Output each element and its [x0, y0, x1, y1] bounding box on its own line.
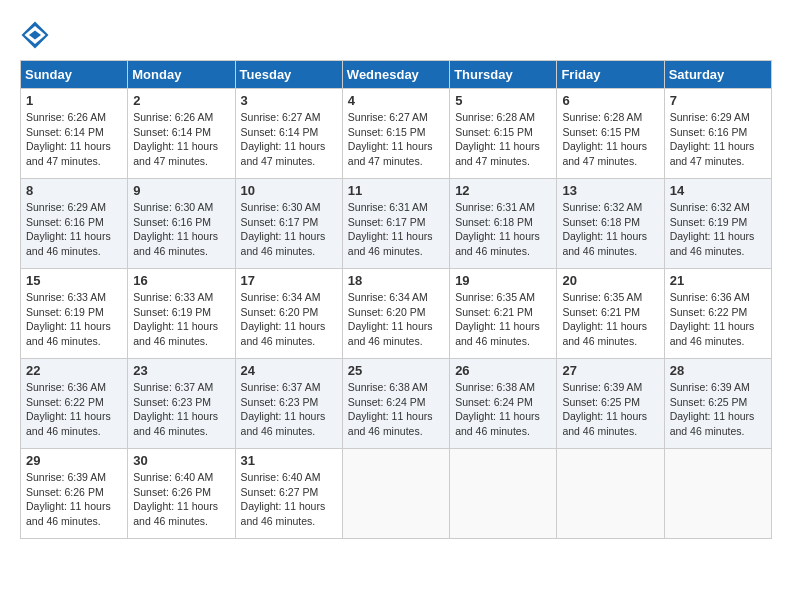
day-info: Sunrise: 6:34 AM Sunset: 6:20 PM Dayligh…	[348, 291, 433, 347]
calendar-cell: 20 Sunrise: 6:35 AM Sunset: 6:21 PM Dayl…	[557, 269, 664, 359]
day-info: Sunrise: 6:39 AM Sunset: 6:26 PM Dayligh…	[26, 471, 111, 527]
calendar-week-row: 15 Sunrise: 6:33 AM Sunset: 6:19 PM Dayl…	[21, 269, 772, 359]
calendar-cell: 28 Sunrise: 6:39 AM Sunset: 6:25 PM Dayl…	[664, 359, 771, 449]
day-number: 7	[670, 93, 766, 108]
day-number: 5	[455, 93, 551, 108]
day-number: 8	[26, 183, 122, 198]
calendar-cell: 26 Sunrise: 6:38 AM Sunset: 6:24 PM Dayl…	[450, 359, 557, 449]
calendar-cell: 7 Sunrise: 6:29 AM Sunset: 6:16 PM Dayli…	[664, 89, 771, 179]
day-header-thursday: Thursday	[450, 61, 557, 89]
calendar-cell: 31 Sunrise: 6:40 AM Sunset: 6:27 PM Dayl…	[235, 449, 342, 539]
day-number: 1	[26, 93, 122, 108]
calendar-cell: 1 Sunrise: 6:26 AM Sunset: 6:14 PM Dayli…	[21, 89, 128, 179]
calendar-cell: 3 Sunrise: 6:27 AM Sunset: 6:14 PM Dayli…	[235, 89, 342, 179]
day-info: Sunrise: 6:35 AM Sunset: 6:21 PM Dayligh…	[562, 291, 647, 347]
day-number: 27	[562, 363, 658, 378]
day-number: 23	[133, 363, 229, 378]
calendar-week-row: 1 Sunrise: 6:26 AM Sunset: 6:14 PM Dayli…	[21, 89, 772, 179]
day-number: 22	[26, 363, 122, 378]
day-number: 25	[348, 363, 444, 378]
day-info: Sunrise: 6:36 AM Sunset: 6:22 PM Dayligh…	[670, 291, 755, 347]
day-header-monday: Monday	[128, 61, 235, 89]
calendar-cell: 27 Sunrise: 6:39 AM Sunset: 6:25 PM Dayl…	[557, 359, 664, 449]
day-info: Sunrise: 6:33 AM Sunset: 6:19 PM Dayligh…	[133, 291, 218, 347]
day-info: Sunrise: 6:30 AM Sunset: 6:17 PM Dayligh…	[241, 201, 326, 257]
day-number: 19	[455, 273, 551, 288]
day-info: Sunrise: 6:39 AM Sunset: 6:25 PM Dayligh…	[670, 381, 755, 437]
day-number: 24	[241, 363, 337, 378]
day-header-tuesday: Tuesday	[235, 61, 342, 89]
day-info: Sunrise: 6:27 AM Sunset: 6:14 PM Dayligh…	[241, 111, 326, 167]
day-info: Sunrise: 6:38 AM Sunset: 6:24 PM Dayligh…	[455, 381, 540, 437]
calendar-cell: 13 Sunrise: 6:32 AM Sunset: 6:18 PM Dayl…	[557, 179, 664, 269]
calendar-cell	[557, 449, 664, 539]
day-info: Sunrise: 6:31 AM Sunset: 6:18 PM Dayligh…	[455, 201, 540, 257]
logo-icon	[20, 20, 50, 50]
calendar-cell: 11 Sunrise: 6:31 AM Sunset: 6:17 PM Dayl…	[342, 179, 449, 269]
day-number: 3	[241, 93, 337, 108]
calendar-cell: 4 Sunrise: 6:27 AM Sunset: 6:15 PM Dayli…	[342, 89, 449, 179]
day-info: Sunrise: 6:40 AM Sunset: 6:26 PM Dayligh…	[133, 471, 218, 527]
calendar-cell	[342, 449, 449, 539]
calendar-cell: 23 Sunrise: 6:37 AM Sunset: 6:23 PM Dayl…	[128, 359, 235, 449]
day-number: 26	[455, 363, 551, 378]
calendar-week-row: 8 Sunrise: 6:29 AM Sunset: 6:16 PM Dayli…	[21, 179, 772, 269]
day-info: Sunrise: 6:28 AM Sunset: 6:15 PM Dayligh…	[455, 111, 540, 167]
day-info: Sunrise: 6:29 AM Sunset: 6:16 PM Dayligh…	[670, 111, 755, 167]
calendar-cell	[664, 449, 771, 539]
day-info: Sunrise: 6:32 AM Sunset: 6:18 PM Dayligh…	[562, 201, 647, 257]
day-info: Sunrise: 6:30 AM Sunset: 6:16 PM Dayligh…	[133, 201, 218, 257]
day-info: Sunrise: 6:37 AM Sunset: 6:23 PM Dayligh…	[133, 381, 218, 437]
day-header-saturday: Saturday	[664, 61, 771, 89]
day-info: Sunrise: 6:27 AM Sunset: 6:15 PM Dayligh…	[348, 111, 433, 167]
day-number: 9	[133, 183, 229, 198]
day-info: Sunrise: 6:28 AM Sunset: 6:15 PM Dayligh…	[562, 111, 647, 167]
day-number: 15	[26, 273, 122, 288]
day-info: Sunrise: 6:36 AM Sunset: 6:22 PM Dayligh…	[26, 381, 111, 437]
calendar-cell: 19 Sunrise: 6:35 AM Sunset: 6:21 PM Dayl…	[450, 269, 557, 359]
day-info: Sunrise: 6:39 AM Sunset: 6:25 PM Dayligh…	[562, 381, 647, 437]
calendar-table: SundayMondayTuesdayWednesdayThursdayFrid…	[20, 60, 772, 539]
calendar-cell: 17 Sunrise: 6:34 AM Sunset: 6:20 PM Dayl…	[235, 269, 342, 359]
day-number: 11	[348, 183, 444, 198]
day-number: 4	[348, 93, 444, 108]
calendar-cell: 6 Sunrise: 6:28 AM Sunset: 6:15 PM Dayli…	[557, 89, 664, 179]
day-number: 14	[670, 183, 766, 198]
day-number: 16	[133, 273, 229, 288]
calendar-cell: 30 Sunrise: 6:40 AM Sunset: 6:26 PM Dayl…	[128, 449, 235, 539]
calendar-cell: 22 Sunrise: 6:36 AM Sunset: 6:22 PM Dayl…	[21, 359, 128, 449]
day-number: 20	[562, 273, 658, 288]
day-number: 21	[670, 273, 766, 288]
calendar-cell: 8 Sunrise: 6:29 AM Sunset: 6:16 PM Dayli…	[21, 179, 128, 269]
day-number: 6	[562, 93, 658, 108]
day-number: 31	[241, 453, 337, 468]
day-info: Sunrise: 6:31 AM Sunset: 6:17 PM Dayligh…	[348, 201, 433, 257]
day-info: Sunrise: 6:33 AM Sunset: 6:19 PM Dayligh…	[26, 291, 111, 347]
day-info: Sunrise: 6:35 AM Sunset: 6:21 PM Dayligh…	[455, 291, 540, 347]
day-number: 2	[133, 93, 229, 108]
calendar-cell: 25 Sunrise: 6:38 AM Sunset: 6:24 PM Dayl…	[342, 359, 449, 449]
calendar-cell: 14 Sunrise: 6:32 AM Sunset: 6:19 PM Dayl…	[664, 179, 771, 269]
day-header-wednesday: Wednesday	[342, 61, 449, 89]
calendar-cell: 15 Sunrise: 6:33 AM Sunset: 6:19 PM Dayl…	[21, 269, 128, 359]
day-info: Sunrise: 6:26 AM Sunset: 6:14 PM Dayligh…	[26, 111, 111, 167]
calendar-cell: 29 Sunrise: 6:39 AM Sunset: 6:26 PM Dayl…	[21, 449, 128, 539]
page-header	[20, 20, 772, 50]
day-info: Sunrise: 6:34 AM Sunset: 6:20 PM Dayligh…	[241, 291, 326, 347]
calendar-week-row: 29 Sunrise: 6:39 AM Sunset: 6:26 PM Dayl…	[21, 449, 772, 539]
day-number: 29	[26, 453, 122, 468]
day-number: 28	[670, 363, 766, 378]
day-number: 30	[133, 453, 229, 468]
calendar-header-row: SundayMondayTuesdayWednesdayThursdayFrid…	[21, 61, 772, 89]
calendar-cell: 9 Sunrise: 6:30 AM Sunset: 6:16 PM Dayli…	[128, 179, 235, 269]
calendar-cell	[450, 449, 557, 539]
day-info: Sunrise: 6:26 AM Sunset: 6:14 PM Dayligh…	[133, 111, 218, 167]
calendar-week-row: 22 Sunrise: 6:36 AM Sunset: 6:22 PM Dayl…	[21, 359, 772, 449]
day-number: 17	[241, 273, 337, 288]
calendar-cell: 2 Sunrise: 6:26 AM Sunset: 6:14 PM Dayli…	[128, 89, 235, 179]
calendar-cell: 5 Sunrise: 6:28 AM Sunset: 6:15 PM Dayli…	[450, 89, 557, 179]
day-info: Sunrise: 6:38 AM Sunset: 6:24 PM Dayligh…	[348, 381, 433, 437]
day-number: 13	[562, 183, 658, 198]
day-header-friday: Friday	[557, 61, 664, 89]
day-info: Sunrise: 6:37 AM Sunset: 6:23 PM Dayligh…	[241, 381, 326, 437]
